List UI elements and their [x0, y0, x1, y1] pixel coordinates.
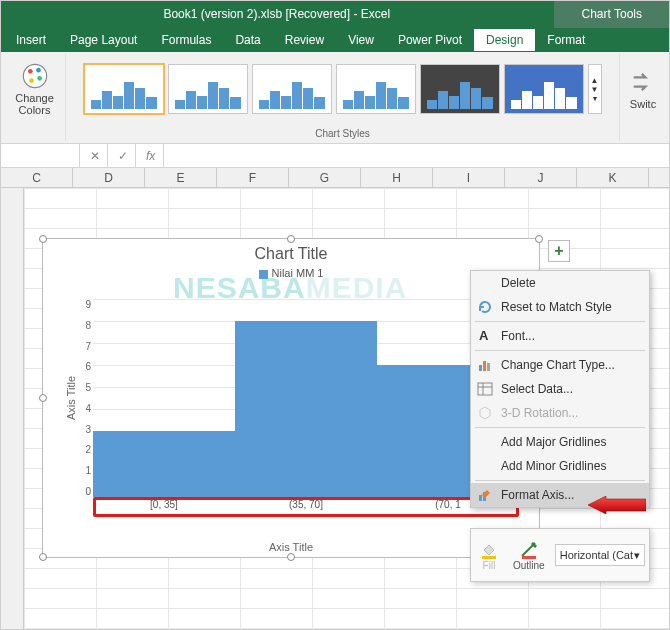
tab-formulas[interactable]: Formulas [149, 29, 223, 51]
histogram-bars[interactable] [93, 299, 519, 497]
svg-point-3 [37, 76, 42, 81]
menu-3d-rotation: 3-D Rotation... [471, 401, 649, 425]
chart-style-1[interactable] [84, 64, 164, 114]
mini-toolbar: Fill Outline Horizontal (Cat ▾ [470, 528, 650, 582]
cube-icon [477, 405, 493, 421]
tab-format[interactable]: Format [535, 29, 597, 51]
menu-add-major-gridlines[interactable]: Add Major Gridlines [471, 430, 649, 454]
tab-review[interactable]: Review [273, 29, 336, 51]
x-axis-title[interactable]: Axis Title [43, 541, 539, 553]
svg-rect-14 [522, 556, 536, 559]
callout-arrow [586, 496, 646, 514]
resize-handle[interactable] [39, 553, 47, 561]
tab-design[interactable]: Design [474, 29, 535, 51]
switch-row-col-button[interactable]: Switc [623, 56, 663, 122]
chart-element-selector[interactable]: Horizontal (Cat ▾ [555, 544, 645, 566]
menu-reset-match-style[interactable]: Reset to Match Style [471, 295, 649, 319]
app-title: Book1 (version 2).xlsb [Recovered] - Exc… [0, 7, 554, 21]
chart-styles-group-label: Chart Styles [66, 128, 619, 139]
legend-label: Nilai MM 1 [272, 267, 324, 279]
svg-point-0 [23, 64, 46, 87]
chart-styles-more[interactable]: ▲ ▼ ▾ [588, 64, 602, 114]
col-header[interactable]: I [433, 168, 505, 187]
outline-button[interactable]: Outline [509, 540, 549, 571]
cancel-button[interactable]: ✕ [80, 144, 108, 167]
resize-handle[interactable] [39, 235, 47, 243]
switch-icon [629, 68, 657, 96]
svg-point-1 [28, 69, 33, 74]
context-menu: Delete Reset to Match Style A Font... Ch… [470, 270, 650, 508]
change-colors-label: Change Colors [15, 92, 54, 116]
y-axis-tick-labels: 987 654 321 0 [69, 299, 91, 497]
bar-1[interactable] [93, 431, 235, 497]
col-header[interactable]: H [361, 168, 433, 187]
col-header[interactable]: F [217, 168, 289, 187]
column-headers: C D E F G H I J K L [0, 168, 670, 188]
chart-style-6[interactable] [504, 64, 584, 114]
row-headers [0, 188, 24, 630]
ribbon: Change Colors ▲ ▼ [0, 52, 670, 144]
plot-area[interactable]: 987 654 321 0 [93, 299, 519, 497]
chart-style-4[interactable] [336, 64, 416, 114]
tab-page-layout[interactable]: Page Layout [58, 29, 149, 51]
chevron-down-icon: ▼ [591, 85, 599, 94]
col-header[interactable]: J [505, 168, 577, 187]
grid-cells[interactable]: Chart Title Nilai MM 1 NESABAMEDIA Axis … [0, 188, 670, 630]
formula-input[interactable] [164, 144, 670, 167]
col-header[interactable]: G [289, 168, 361, 187]
fill-icon [479, 540, 499, 560]
switch-label: Switc [630, 98, 656, 110]
svg-rect-13 [482, 556, 496, 559]
select-data-icon [477, 381, 493, 397]
menu-add-minor-gridlines[interactable]: Add Minor Gridlines [471, 454, 649, 478]
svg-rect-7 [487, 363, 490, 371]
selector-value: Horizontal (Cat [560, 549, 633, 561]
embedded-chart[interactable]: Chart Title Nilai MM 1 NESABAMEDIA Axis … [42, 238, 540, 558]
change-colors-button[interactable]: Change Colors [9, 56, 60, 122]
col-header[interactable]: D [73, 168, 145, 187]
resize-handle[interactable] [535, 235, 543, 243]
menu-delete[interactable]: Delete [471, 271, 649, 295]
bar-2[interactable] [235, 321, 377, 497]
svg-rect-5 [479, 365, 482, 371]
chart-title[interactable]: Chart Title [43, 245, 539, 263]
chart-style-3[interactable] [252, 64, 332, 114]
chart-tools-context: Chart Tools [554, 0, 670, 28]
chevron-down-icon-2: ▾ [593, 94, 597, 103]
worksheet-grid[interactable]: C D E F G H I J K L Chart Title Nilai MM… [0, 168, 670, 630]
chevron-up-icon: ▲ [591, 76, 599, 85]
chart-style-5[interactable] [420, 64, 500, 114]
chart-elements-button[interactable]: + [548, 240, 570, 262]
legend-swatch [259, 270, 268, 279]
col-header[interactable]: E [145, 168, 217, 187]
tab-view[interactable]: View [336, 29, 386, 51]
outline-icon [519, 540, 539, 560]
tab-data[interactable]: Data [223, 29, 272, 51]
svg-rect-11 [479, 495, 482, 501]
tab-power-pivot[interactable]: Power Pivot [386, 29, 474, 51]
ribbon-group-colors: Change Colors [4, 54, 66, 141]
col-header[interactable]: C [1, 168, 73, 187]
window-titlebar: Book1 (version 2).xlsb [Recovered] - Exc… [0, 0, 670, 28]
name-box[interactable] [0, 144, 80, 167]
format-axis-icon [477, 487, 493, 503]
chart-style-2[interactable] [168, 64, 248, 114]
col-header[interactable]: K [577, 168, 649, 187]
menu-font[interactable]: A Font... [471, 324, 649, 348]
chevron-down-icon: ▾ [634, 549, 640, 562]
resize-handle[interactable] [287, 553, 295, 561]
palette-icon [21, 62, 49, 90]
x-axis-tick-labels[interactable]: [0, 35] (35, 70] (70, 1 [93, 499, 519, 515]
menu-change-chart-type[interactable]: Change Chart Type... [471, 353, 649, 377]
chart-legend[interactable]: Nilai MM 1 [43, 267, 539, 279]
chart-type-icon [477, 357, 493, 373]
enter-button[interactable]: ✓ [108, 144, 136, 167]
fill-button[interactable]: Fill [475, 540, 503, 571]
resize-handle[interactable] [39, 394, 47, 402]
fx-button[interactable]: fx [136, 144, 164, 167]
resize-handle[interactable] [287, 235, 295, 243]
svg-rect-6 [483, 361, 486, 371]
tab-insert[interactable]: Insert [4, 29, 58, 51]
col-header[interactable]: L [649, 168, 670, 187]
menu-select-data[interactable]: Select Data... [471, 377, 649, 401]
